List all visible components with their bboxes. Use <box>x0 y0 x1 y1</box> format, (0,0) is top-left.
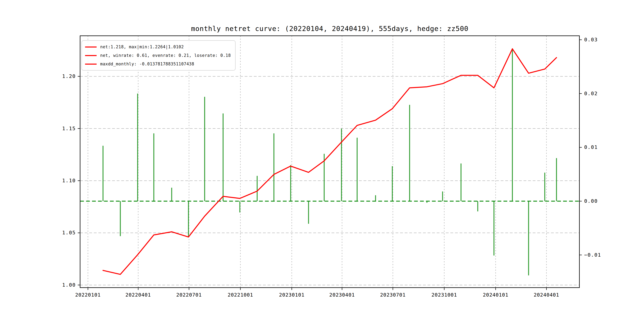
left-axis-tick-label: 1.20 <box>62 73 76 79</box>
chart-title: monthly netret curve: (20220104, 2024041… <box>80 25 580 32</box>
x-axis-tick-label: 20230101 <box>279 292 304 298</box>
legend-entry: net, winrate: 0.61, evenrate: 0.21, lose… <box>85 52 231 59</box>
left-axis-tick-label: 1.05 <box>62 230 76 236</box>
x-axis-tick-label: 20221001 <box>228 292 253 298</box>
left-axis-tick-label: 1.10 <box>62 178 76 184</box>
x-axis-tick-label: 20220401 <box>126 292 151 298</box>
x-axis-tick-label: 20220101 <box>75 292 100 298</box>
legend-entry-label: net:1.218, max|min:1.2264|1.0102 <box>100 44 184 49</box>
figure: 1.001.051.101.151.20−0.010.000.010.020.0… <box>0 0 644 322</box>
legend-entry: maxdd_monthly: -0.013781788351107438 <box>85 60 231 68</box>
legend: net:1.218, max|min:1.2264|1.0102 net, wi… <box>82 40 236 70</box>
legend-line-swatch <box>85 46 96 48</box>
left-axis-tick-label: 1.00 <box>62 282 76 288</box>
x-axis-tick-label: 20230401 <box>329 292 355 298</box>
legend-line-swatch <box>85 55 96 56</box>
left-axis-tick-label: 1.15 <box>62 126 76 132</box>
right-axis-tick-label: 0.01 <box>584 144 598 150</box>
legend-line-swatch <box>85 64 96 64</box>
x-axis-tick-label: 20240401 <box>534 292 559 298</box>
x-axis-tick-label: 20231001 <box>432 292 457 298</box>
legend-entry-label: net, winrate: 0.61, evenrate: 0.21, lose… <box>100 53 231 58</box>
x-axis-tick-label: 20230701 <box>380 292 406 298</box>
plot-background <box>80 36 580 288</box>
x-axis-tick-label: 20240101 <box>483 292 508 298</box>
legend-entry: net:1.218, max|min:1.2264|1.0102 <box>85 44 231 50</box>
x-axis-tick-label: 20220701 <box>176 292 202 298</box>
right-axis-tick-label: −0.01 <box>584 252 601 258</box>
right-axis-tick-label: 0.03 <box>584 37 598 42</box>
right-axis-tick-label: 0.02 <box>584 91 598 96</box>
right-axis-tick-label: 0.00 <box>584 198 598 204</box>
legend-entry-label: maxdd_monthly: -0.013781788351107438 <box>100 62 194 66</box>
